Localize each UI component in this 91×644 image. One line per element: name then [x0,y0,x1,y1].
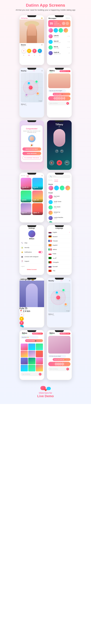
lang-russian[interactable]: Русский [47,264,72,269]
gallery-cell-11[interactable] [28,365,35,372]
continue-button[interactable]: TO CONTINUE THE MAGIC [23,156,41,160]
lang-francais[interactable]: Français [47,239,72,243]
tab-list[interactable]: List [27,175,29,177]
beauty-av-1[interactable] [49,186,53,190]
search-bar[interactable]: 🔍 Search [48,175,70,178]
delete-account-button[interactable]: Delete Account [20,267,44,272]
lang-deutsch[interactable]: Deutsch [47,234,72,239]
list-card-4[interactable]: Stella_18 1 km [32,190,43,202]
end-call-button[interactable]: 📵 [57,160,62,166]
back-button-gallery[interactable]: ‹ [21,333,21,334]
map-pin-1[interactable] [27,82,30,85]
list-item[interactable]: Nick B. Let's meet! 10 min [47,45,72,50]
dislike-button-2[interactable]: ✕ [20,312,24,317]
person-row-2[interactable]: Smith Susan 0.8 km [47,200,72,205]
superlike-button-2[interactable]: ★ [20,317,24,321]
mute-button[interactable]: 🔇 [49,160,54,166]
settings-item-filter[interactable]: 🔧 Filter › [21,241,43,245]
list-card-3[interactable]: SantaJo 1 km [21,190,31,202]
beauty-av-2[interactable] [54,186,59,190]
appointment-button[interactable]: MAKE APPOINTMENT [23,148,41,151]
list-item[interactable]: Sara 22 How are you? 5 min [47,39,72,45]
gallery-cell-2[interactable] [28,344,35,350]
back-button-chat2[interactable]: ‹ [48,333,49,334]
settings-item-support[interactable]: ❓ Support › [21,259,43,264]
chat2-input[interactable]: Type something... [50,368,65,370]
nav-profile[interactable] [29,55,29,56]
gallery-cell-8[interactable] [28,358,35,364]
gallery-cell-3[interactable] [36,344,43,350]
filter-icon[interactable]: ⊞ [41,70,43,72]
bingo-chat-button[interactable]: Start BINGO CHAT [59,70,70,72]
lang-italiano[interactable]: Italiano [47,248,72,252]
match-av-1[interactable] [49,28,53,32]
mic-icon[interactable]: 🎤 [55,149,59,153]
filter-icon-list[interactable]: ⊞ [41,175,43,177]
gallery-cell-4[interactable] [21,350,28,357]
live-demo-label[interactable]: Live Demo [5,394,86,398]
list-card-1[interactable]: TrueLife_21 1 km [21,178,31,190]
nav-settings[interactable] [39,55,40,56]
gallery-cell-12[interactable] [36,365,43,372]
gallery-cell-10[interactable] [21,365,28,372]
match-av-4[interactable] [64,28,68,32]
gallery-cell-7[interactable] [21,358,28,364]
matches-tab[interactable]: Matches [65,18,70,19]
gallery-cell-5[interactable] [28,350,35,357]
list-card-2[interactable]: Rosa 22 1 km [32,178,43,190]
notification-icon[interactable]: 🔔 [41,18,43,19]
beauty-av-4[interactable] [65,186,70,190]
nav-home[interactable] [23,55,24,56]
send-message-button[interactable]: SEND MESSAGE [23,152,41,155]
search-input[interactable]: Search [53,176,69,177]
map-pin-2[interactable] [35,80,38,83]
notification-toggle[interactable] [38,251,43,253]
list-item[interactable]: Kayla W. See you soon! 1 hr [47,50,72,56]
person-row-5[interactable]: Loyola Macdine 3.2 km [47,216,72,221]
list-item[interactable]: Liam M. Hey there! 2 min [47,34,72,39]
match-av-3[interactable] [59,28,63,32]
person-row-4[interactable]: Muhak Far 1.5 km [47,210,72,216]
lang-espanol[interactable]: Español [47,243,72,248]
lang-chinese[interactable]: 中文 [47,269,72,273]
person-row-1[interactable]: Nay Bush 1.2 km [47,194,72,200]
gallery-input[interactable]: Type something... [22,374,38,375]
map-pin-2-2[interactable] [62,289,65,292]
gallery-cell-6[interactable] [36,350,43,357]
map-pin-1-2[interactable] [55,291,58,294]
settings-item-instagram[interactable]: 📷 Connect with Instagram › [21,254,43,259]
lang-portugues[interactable]: Português [47,260,72,264]
gallery-cell-1[interactable] [21,344,28,350]
map-tab2-2[interactable]: List [60,280,62,281]
settings-item-security[interactable]: 🔒 Security › [21,245,43,250]
send-button-gallery[interactable]: ➤ [39,373,41,376]
lang-polski[interactable]: Polski [47,252,72,256]
map-pin-3[interactable] [36,92,39,95]
gallery-cell-9[interactable] [36,358,43,364]
tab-nearby-search[interactable]: Nearby [48,179,53,182]
map-pin-4[interactable] [25,94,28,96]
send-button-2[interactable]: ➤ [66,368,69,370]
person-row-3[interactable]: Alex Martin 2.1 km [47,205,72,210]
map-pin-3-2[interactable] [64,303,67,306]
like-button[interactable]: ♥ [32,49,37,53]
map-tab2[interactable]: List [33,70,35,71]
tab-saved[interactable]: Saved [54,179,58,182]
nav-messages[interactable] [34,55,35,56]
send-button[interactable]: ➤ [66,102,69,105]
tab-nearby[interactable]: Nearby [21,175,26,177]
back-button[interactable]: ‹ [48,70,49,72]
lang-english[interactable]: English ✓ [47,230,72,234]
boost-button-2[interactable]: ⚡ [20,325,24,327]
list-card-6[interactable]: Tiffany_21 1 km [32,203,43,215]
superlike-button[interactable]: ★ [27,49,31,53]
person-row-6[interactable]: Robin Jessen 0.5 km [47,221,72,222]
filter-icon-2[interactable]: ⊞ [69,280,70,282]
chat2-call-btn[interactable]: Start BINGO CHAT [59,332,70,334]
camera-button[interactable]: 📷 [64,160,70,166]
click-here-label[interactable]: Click here for [39,392,52,394]
match-av-2[interactable] [54,28,58,32]
list-card-5[interactable]: Rosa_17 1 km [21,203,31,215]
boost-button[interactable]: ⚡ [38,49,42,53]
settings-item-notifications[interactable]: 🔔 Notifications [21,250,43,254]
